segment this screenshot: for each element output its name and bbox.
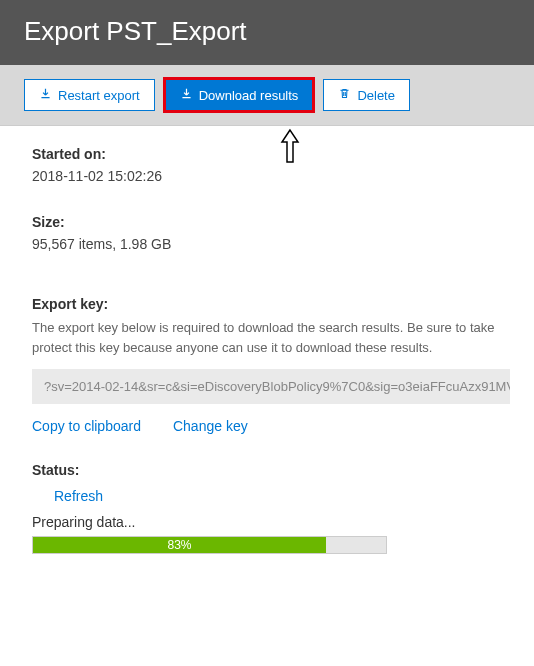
progress-fill: 83%: [33, 537, 326, 553]
delete-button[interactable]: Delete: [323, 79, 410, 111]
refresh-link[interactable]: Refresh: [54, 488, 103, 504]
size-value: 95,567 items, 1.98 GB: [32, 236, 510, 252]
progress-bar: 83%: [32, 536, 387, 554]
export-key-description: The export key below is required to down…: [32, 318, 510, 357]
download-icon: [180, 87, 193, 103]
trash-icon: [338, 87, 351, 103]
status-text: Preparing data...: [32, 514, 510, 530]
toolbar: Restart export Download results Delete: [0, 65, 534, 126]
content-area: Started on: 2018-11-02 15:02:26 Size: 95…: [0, 126, 534, 574]
size-label: Size:: [32, 214, 510, 230]
copy-to-clipboard-link[interactable]: Copy to clipboard: [32, 418, 141, 434]
started-on-label: Started on:: [32, 146, 510, 162]
button-label: Delete: [357, 88, 395, 103]
download-results-button[interactable]: Download results: [165, 79, 314, 111]
status-label: Status:: [32, 462, 510, 478]
page-title: Export PST_Export: [24, 16, 510, 47]
download-icon: [39, 87, 52, 103]
button-label: Download results: [199, 88, 299, 103]
export-key-label: Export key:: [32, 296, 510, 312]
export-key-field[interactable]: ?sv=2014-02-14&sr=c&si=eDiscoveryBlobPol…: [32, 369, 510, 404]
started-on-value: 2018-11-02 15:02:26: [32, 168, 510, 184]
key-actions: Copy to clipboard Change key: [32, 418, 510, 434]
button-label: Restart export: [58, 88, 140, 103]
restart-export-button[interactable]: Restart export: [24, 79, 155, 111]
change-key-link[interactable]: Change key: [173, 418, 248, 434]
progress-percent: 83%: [167, 538, 191, 552]
arrow-annotation-icon: [278, 128, 302, 167]
dialog-header: Export PST_Export: [0, 0, 534, 65]
